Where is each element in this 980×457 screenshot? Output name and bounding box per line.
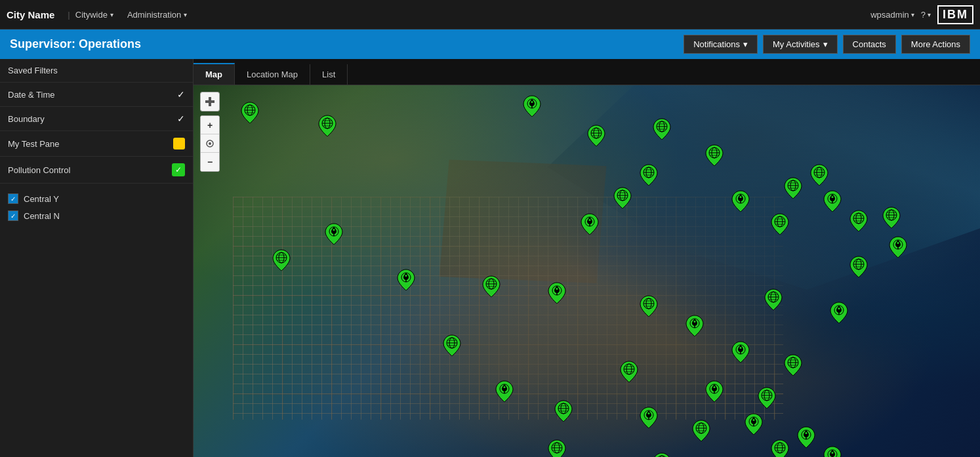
map-marker[interactable] (548, 282, 566, 304)
checkbox-section: ✓ Central Y ✓ Central N (0, 184, 193, 231)
map-marker[interactable] (731, 341, 750, 363)
svg-point-105 (694, 321, 696, 323)
help-button[interactable]: ? ▾ (921, 10, 931, 20)
sidebar-item-boundary[interactable]: Boundary ✓ (0, 107, 193, 131)
svg-point-116 (740, 347, 742, 349)
map-marker[interactable] (849, 256, 868, 278)
map-marker[interactable] (849, 210, 868, 232)
svg-point-161 (806, 432, 807, 434)
page-title: Supervisor: Operations (10, 37, 684, 51)
citywide-chevron-icon: ▾ (110, 11, 113, 18)
boundary-check-icon: ✓ (177, 113, 185, 124)
tab-location-map[interactable]: Location Map (235, 64, 310, 85)
svg-point-47 (740, 196, 742, 198)
map-marker[interactable] (523, 95, 541, 117)
map-pan-controls (200, 92, 220, 111)
map-marker[interactable] (830, 302, 848, 324)
map-marker[interactable] (758, 387, 776, 409)
map-marker[interactable] (797, 426, 815, 448)
map-area: Map Location Map List (194, 59, 980, 457)
map-pan-button[interactable] (201, 92, 219, 111)
svg-point-153 (753, 419, 755, 421)
map-marker[interactable] (397, 269, 415, 291)
map-marker[interactable] (889, 236, 907, 258)
pollution-control-check-icon: ✓ (172, 163, 185, 176)
map-marker[interactable] (554, 400, 573, 422)
map-recenter-button[interactable] (201, 134, 219, 153)
map-marker[interactable] (823, 446, 842, 457)
central-y-checkbox[interactable]: ✓ (8, 193, 18, 204)
map-marker[interactable] (640, 164, 658, 186)
contacts-button[interactable]: Contacts (843, 35, 896, 54)
more-actions-button[interactable]: More Actions (901, 35, 970, 54)
map-controls: + − (200, 92, 220, 174)
map-marker[interactable] (548, 439, 566, 457)
activities-chevron-icon: ▾ (823, 39, 828, 49)
map-marker[interactable] (731, 190, 750, 212)
map-marker[interactable] (587, 125, 605, 147)
map-marker[interactable] (241, 102, 259, 124)
checkbox-central-y[interactable]: ✓ Central Y (8, 190, 185, 207)
map-marker[interactable] (685, 315, 704, 337)
map-marker[interactable] (810, 164, 828, 186)
notifications-chevron-icon: ▾ (743, 39, 748, 49)
map-marker[interactable] (745, 413, 763, 435)
map-zoom-controls: + − (200, 115, 220, 172)
action-buttons: Notifications ▾ My Activities ▾ Contacts… (684, 35, 970, 54)
city-name-label[interactable]: City Name (7, 9, 54, 20)
tab-map[interactable]: Map (194, 63, 235, 85)
svg-point-78 (897, 242, 899, 244)
user-menu[interactable]: wpsadmin ▾ (870, 10, 914, 20)
map-marker[interactable] (705, 144, 724, 167)
main-content: Saved Filters Date & Time ✓ Boundary ✓ M… (0, 59, 980, 457)
map-marker[interactable] (482, 275, 500, 298)
top-navigation: City Name | Citywide ▾ Administration ▾ … (0, 0, 980, 30)
map-marker[interactable] (443, 334, 461, 357)
sidebar-item-saved-filters[interactable]: Saved Filters (0, 59, 193, 83)
map-marker[interactable] (653, 118, 671, 140)
map-marker[interactable] (653, 452, 671, 457)
svg-point-137 (504, 386, 506, 388)
map-marker[interactable] (640, 407, 658, 429)
map-marker[interactable] (784, 177, 802, 199)
map-marker[interactable] (640, 295, 658, 317)
svg-point-164 (832, 452, 834, 454)
citywide-nav[interactable]: Citywide ▾ (70, 7, 119, 23)
sidebar-item-pollution-control[interactable]: Pollution Control ✓ (0, 157, 193, 184)
map-marker[interactable] (272, 249, 291, 271)
svg-point-145 (648, 412, 650, 414)
map-marker[interactable] (325, 223, 343, 245)
map-marker[interactable] (620, 361, 638, 383)
sidebar-item-date-time[interactable]: Date & Time ✓ (0, 83, 193, 107)
map-marker[interactable] (764, 288, 783, 311)
map-zoom-out-button[interactable]: − (201, 153, 219, 171)
map-marker[interactable] (318, 115, 337, 137)
map-marker[interactable] (771, 439, 789, 457)
map-marker[interactable] (581, 213, 599, 235)
svg-point-65 (832, 196, 834, 198)
tab-list[interactable]: List (310, 64, 348, 85)
administration-nav[interactable]: Administration ▾ (122, 7, 192, 23)
map-marker[interactable] (613, 187, 632, 209)
ibm-logo: IBM (937, 5, 973, 24)
activities-button[interactable]: My Activities ▾ (763, 35, 838, 54)
checkbox-central-n[interactable]: ✓ Central N (8, 207, 185, 224)
central-n-checkbox[interactable]: ✓ (8, 210, 18, 221)
svg-point-89 (405, 275, 407, 277)
map-marker[interactable] (692, 420, 710, 442)
map-container[interactable]: + − (194, 85, 980, 457)
map-marker[interactable] (882, 207, 901, 229)
sidebar-item-my-test-pane[interactable]: My Test Pane (0, 131, 193, 157)
svg-point-97 (556, 288, 558, 290)
map-marker[interactable] (771, 213, 789, 235)
svg-rect-1 (205, 100, 214, 103)
administration-chevron-icon: ▾ (184, 11, 187, 18)
map-zoom-in-button[interactable]: + (201, 116, 219, 134)
map-marker[interactable] (823, 190, 842, 212)
map-marker[interactable] (495, 380, 514, 403)
notifications-button[interactable]: Notifications ▾ (684, 35, 758, 54)
svg-point-24 (589, 219, 591, 221)
svg-point-16 (531, 101, 533, 103)
map-marker[interactable] (705, 380, 724, 403)
map-marker[interactable] (784, 354, 802, 376)
